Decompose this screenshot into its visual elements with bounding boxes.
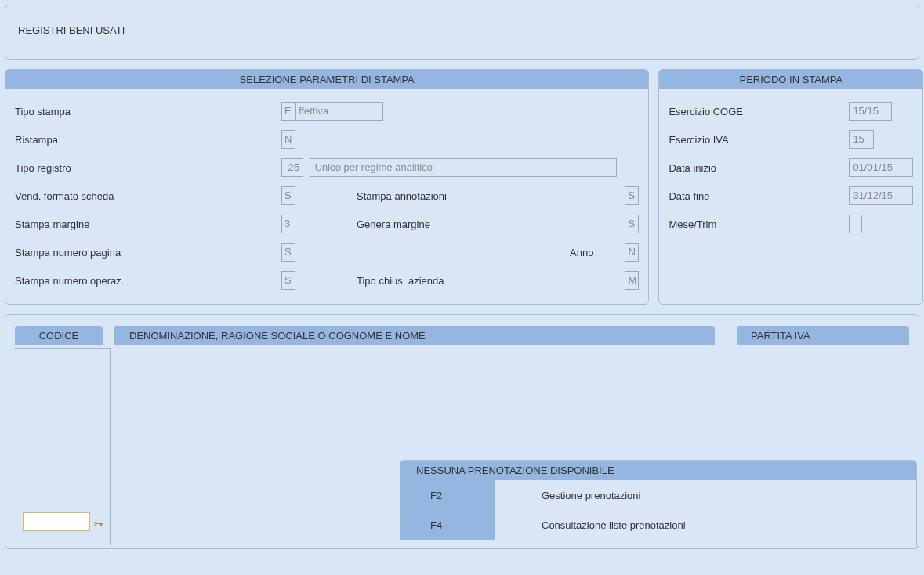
tipo-stampa-code[interactable]: E xyxy=(281,102,295,121)
period-panel: PERIODO IN STAMPA Esercizio COGE 15/15 E… xyxy=(658,69,923,305)
bottom-panel: CODICE DENOMINAZIONE, RAGIONE SOCIALE O … xyxy=(5,314,919,549)
f4-desc: Consultazione liste prenotazioni xyxy=(495,519,916,531)
tipo-registro-label: Tipo registro xyxy=(15,162,281,174)
anno-label: Anno xyxy=(570,247,625,259)
tipo-stampa-label: Tipo stampa xyxy=(15,106,281,118)
reservation-header: NESSUNA PRENOTAZIONE DISPONIBILE xyxy=(400,461,916,480)
period-header: PERIODO IN STAMPA xyxy=(659,70,922,89)
data-inizio-label: Data inizio xyxy=(669,162,849,174)
tipo-stampa-desc: ffettiva xyxy=(295,102,383,121)
stampa-margine-input[interactable]: 3 xyxy=(281,215,295,233)
tipo-registro-num[interactable]: 25 xyxy=(281,158,303,177)
f2-key[interactable]: F2 xyxy=(400,480,495,510)
stampa-pagina-label: Stampa numero pagina xyxy=(15,247,281,259)
ristampa-input[interactable]: N xyxy=(281,130,295,149)
page-title: REGISTRI BENI USATI xyxy=(18,24,125,36)
codice-area: 🗝 xyxy=(15,348,111,545)
tab-partita-iva[interactable]: PARTITA IVA xyxy=(737,326,909,345)
reservation-panel: NESSUNA PRENOTAZIONE DISPONIBILE F2 Gest… xyxy=(400,460,917,548)
stampa-pagina-input[interactable]: S xyxy=(281,243,295,262)
stampa-operaz-label: Stampa numero operaz. xyxy=(15,275,281,287)
tipo-chius-label: Tipo chius. azienda xyxy=(319,275,570,287)
stampa-operaz-input[interactable]: S xyxy=(281,271,295,290)
mese-trim-input[interactable] xyxy=(849,215,862,233)
params-header: SELEZIONE PARAMETRI DI STAMPA xyxy=(5,70,648,89)
f4-key[interactable]: F4 xyxy=(400,510,495,540)
mese-trim-label: Mese/Trim xyxy=(669,219,849,230)
stampa-margine-label: Stampa margine xyxy=(15,219,281,230)
title-panel: REGISTRI BENI USATI xyxy=(5,5,919,60)
print-params-panel: SELEZIONE PARAMETRI DI STAMPA Tipo stamp… xyxy=(5,69,649,305)
esercizio-coge-label: Esercizio COGE xyxy=(669,106,849,118)
esercizio-iva-label: Esercizio IVA xyxy=(669,134,849,146)
data-fine-input[interactable]: 31/12/15 xyxy=(849,186,913,205)
esercizio-coge-input[interactable]: 15/15 xyxy=(849,102,892,121)
f2-desc: Gestione prenotazioni xyxy=(495,490,916,501)
anno-input[interactable]: N xyxy=(625,243,639,262)
data-inizio-input[interactable]: 01/01/15 xyxy=(849,158,913,177)
tipo-registro-desc: Unico per regime analitico xyxy=(310,158,617,177)
esercizio-iva-input[interactable]: 15 xyxy=(849,130,874,149)
tipo-chius-input[interactable]: M xyxy=(625,271,639,290)
key-icon[interactable]: 🗝 xyxy=(93,518,103,530)
stampa-annot-input[interactable]: S xyxy=(625,186,639,205)
tab-denominazione[interactable]: DENOMINAZIONE, RAGIONE SOCIALE O COGNOME… xyxy=(114,326,715,345)
vend-formato-label: Vend. formato scheda xyxy=(15,190,281,202)
genera-margine-input[interactable]: S xyxy=(625,215,639,233)
data-fine-label: Data fine xyxy=(669,190,849,202)
genera-margine-label: Genera margine xyxy=(319,219,570,230)
vend-formato-input[interactable]: S xyxy=(281,186,295,205)
stampa-annot-label: Stampa annotazioni xyxy=(319,190,570,202)
ristampa-label: Ristampa xyxy=(15,134,281,146)
codice-input[interactable] xyxy=(23,512,90,531)
tab-codice[interactable]: CODICE xyxy=(15,326,103,345)
